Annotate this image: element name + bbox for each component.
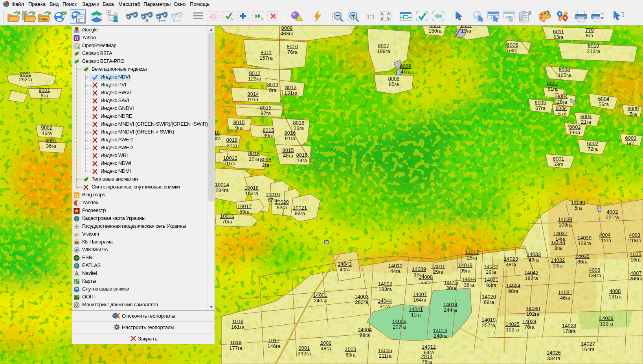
svg-text:9002: 9002 (41, 125, 53, 131)
svg-text:Y!: Y! (74, 36, 78, 40)
svg-text:14005: 14005 (378, 348, 392, 353)
svg-text:53га: 53га (507, 48, 518, 53)
svg-text:10017: 10017 (237, 203, 252, 209)
svg-text:89га: 89га (295, 210, 305, 216)
svg-text:8012: 8012 (249, 70, 261, 76)
svg-text:14044: 14044 (378, 298, 392, 304)
svg-text:93га: 93га (486, 282, 497, 288)
svg-text:31га: 31га (227, 143, 237, 148)
svg-text:14036: 14036 (551, 240, 565, 245)
svg-text:16га: 16га (630, 257, 641, 263)
svg-text:6011: 6011 (553, 29, 564, 35)
svg-text:4008: 4008 (610, 288, 621, 294)
svg-text:10га: 10га (249, 156, 259, 162)
svg-text:a: a (145, 17, 149, 22)
svg-text:178га: 178га (562, 328, 576, 334)
svg-text:14013: 14013 (433, 327, 447, 333)
svg-text:5га: 5га (630, 111, 637, 117)
svg-text:164га: 164га (413, 297, 426, 303)
svg-text:5га: 5га (627, 141, 635, 146)
svg-text:5га: 5га (558, 111, 566, 117)
svg-text:14032: 14032 (551, 257, 565, 263)
svg-text:8016: 8016 (293, 120, 305, 126)
svg-text:4007: 4007 (630, 270, 642, 276)
svg-text:9007: 9007 (46, 137, 57, 143)
svg-text:207га: 207га (393, 324, 406, 330)
svg-text:14020: 14020 (482, 294, 496, 300)
svg-text:8га: 8га (555, 245, 562, 251)
svg-text:129га: 129га (578, 240, 591, 246)
svg-text:6004: 6004 (581, 113, 592, 119)
svg-text:8015: 8015 (283, 147, 294, 153)
svg-text:14015: 14015 (444, 280, 458, 285)
svg-text:123га: 123га (248, 76, 261, 82)
svg-text:55га: 55га (421, 280, 431, 285)
svg-text:131га: 131га (608, 294, 622, 300)
svg-text:244га: 244га (444, 307, 457, 313)
svg-text:14034: 14034 (522, 318, 536, 324)
svg-text:14018: 14018 (458, 262, 472, 268)
svg-text:4005: 4005 (630, 251, 641, 257)
svg-text:234га: 234га (215, 187, 229, 193)
svg-text:49га: 49га (529, 257, 539, 263)
svg-text:14009: 14009 (412, 266, 426, 272)
svg-text:6006: 6006 (507, 42, 518, 48)
svg-text:146га: 146га (267, 343, 281, 349)
svg-text:8015: 8015 (260, 105, 272, 111)
svg-text:6004: 6004 (598, 96, 610, 102)
svg-text:9001: 9001 (39, 87, 50, 93)
svg-text:2003: 2003 (345, 346, 356, 352)
svg-text:4003: 4003 (629, 232, 641, 238)
svg-text:72га: 72га (588, 146, 598, 152)
svg-text:8015: 8015 (233, 119, 245, 125)
svg-text:48га: 48га (506, 262, 516, 267)
svg-text:31га: 31га (380, 304, 390, 309)
svg-text:DBM: DBM (40, 18, 48, 21)
svg-text:26га: 26га (570, 130, 581, 135)
svg-text:95га: 95га (460, 268, 471, 274)
svg-text:11га: 11га (411, 312, 421, 318)
svg-text:97га: 97га (248, 97, 259, 102)
svg-text:182га: 182га (525, 275, 538, 281)
svg-text:10012: 10012 (223, 155, 237, 161)
svg-text:164га: 164га (581, 346, 595, 352)
svg-text:14030: 14030 (526, 305, 540, 311)
svg-text:14021: 14021 (484, 277, 498, 283)
svg-text:6007: 6007 (547, 80, 558, 86)
svg-text:161га: 161га (231, 324, 244, 330)
svg-text:14025: 14025 (505, 321, 520, 327)
svg-text:30га: 30га (446, 285, 457, 291)
svg-text:46га: 46га (560, 295, 571, 301)
svg-text:8013: 8013 (267, 82, 279, 88)
svg-text:69га: 69га (484, 299, 494, 305)
svg-text:13га: 13га (461, 28, 472, 34)
svg-text:248га: 248га (434, 333, 447, 339)
svg-text:10018: 10018 (244, 185, 259, 191)
svg-text:183га: 183га (378, 286, 392, 292)
svg-text:14040: 14040 (571, 199, 585, 205)
svg-text:257га: 257га (482, 322, 495, 328)
svg-text:91га: 91га (285, 135, 296, 141)
svg-text:5га: 5га (575, 205, 582, 211)
svg-text:6004: 6004 (556, 105, 567, 111)
svg-text:76га: 76га (422, 359, 432, 364)
svg-text:211га: 211га (379, 353, 392, 359)
svg-text:9га: 9га (235, 125, 243, 131)
svg-text:463га: 463га (280, 31, 294, 37)
svg-text:150га: 150га (428, 28, 442, 34)
svg-text:10014: 10014 (215, 182, 229, 188)
svg-text:157га: 157га (259, 55, 273, 61)
svg-text:6002: 6002 (570, 124, 581, 130)
svg-text:14033: 14033 (527, 251, 541, 257)
svg-text:2001: 2001 (299, 345, 310, 351)
svg-text:14026: 14026 (547, 350, 561, 356)
svg-text:86га: 86га (577, 259, 588, 265)
svg-text:2002: 2002 (320, 340, 332, 346)
svg-text:165га: 165га (558, 72, 571, 78)
svg-text:6005: 6005 (535, 100, 546, 106)
svg-text:1018: 1018 (230, 340, 242, 346)
svg-text:14035: 14035 (575, 253, 590, 259)
svg-text:209га: 209га (629, 276, 643, 282)
svg-text:134га: 134га (588, 273, 601, 278)
svg-text:14007: 14007 (413, 291, 427, 297)
